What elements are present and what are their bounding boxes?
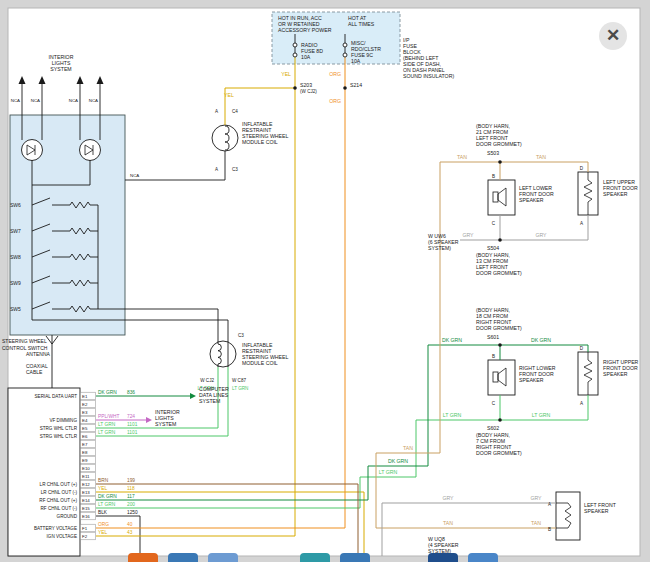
wire-color-label: LT GRN (98, 430, 116, 435)
toolbar-icon-1[interactable] (128, 553, 158, 562)
diagram-label: SW8 (10, 254, 21, 260)
diagram-label: SW6 (10, 202, 21, 208)
diagram-label: NCA (89, 98, 98, 103)
toolbar-icon-5[interactable] (340, 553, 370, 562)
connector-pin-E4: E4 (82, 418, 88, 423)
connector-pin-E5: E5 (82, 426, 88, 431)
connector-function-label: SERIAL DATA UART (35, 394, 78, 399)
misc-fuse-label: 10A (351, 58, 361, 64)
wire-color-label: YEL (98, 530, 107, 535)
wire-circuit-number: 724 (127, 414, 135, 419)
diagram-label: DK GRN (531, 337, 551, 343)
connector-function-label: STRG WHL CTLR (40, 434, 78, 439)
diagram-label: NCA (31, 98, 40, 103)
diagram-label: W C87 (232, 378, 246, 383)
connector-pin-E3: E3 (82, 410, 88, 415)
close-button[interactable]: ✕ (599, 22, 627, 50)
connector-pin-E2: E2 (82, 402, 88, 407)
connector-pin-F1: F1 (82, 526, 88, 531)
wire-color-label: LT GRN (98, 422, 116, 427)
splice-s602-note: DOOR GROMMET) (476, 450, 522, 456)
splice-s503-note: DOOR GROMMET) (476, 141, 522, 147)
connector-function-label: VF DIMMING (49, 418, 77, 423)
diagram-label: GRY (530, 495, 542, 501)
diagram-label: GRY (442, 495, 454, 501)
wire-circuit-number: 43 (127, 530, 133, 535)
right-upper-front-door-speaker-label: SPEAKER (603, 371, 628, 377)
left-upper-front-door-speaker-label: SPEAKER (603, 191, 628, 197)
computer-data-lines-label: SYSTEM (199, 398, 220, 404)
connector-pin-E14: E14 (82, 498, 90, 503)
connector-pin-E12: E12 (82, 482, 90, 487)
connector-function-label: RF CHNL OUT (-) (41, 506, 78, 511)
connector-pin-E1: E1 (82, 394, 88, 399)
diagram-label: SW5 (10, 306, 21, 312)
diagram-label: ORG (329, 98, 341, 104)
diagram-label: W CJ2 (200, 378, 214, 383)
clockspring-coil-label: MODULE COIL (242, 139, 278, 145)
wire-circuit-number: 200 (127, 502, 135, 507)
wire-circuit-number: 1250 (127, 510, 138, 515)
toolbar-icon-6[interactable] (428, 553, 458, 562)
wire-color-label: BRN (98, 478, 109, 483)
diagram-label: TAN (531, 520, 541, 526)
wire-color-label: DK GRN (98, 494, 117, 499)
connector-pin-E16: E16 (82, 514, 90, 519)
connector-pin-E9: E9 (82, 458, 88, 463)
diagram-label: GRY (535, 232, 547, 238)
diagram-viewer: E1SERIAL DATA UARTDK GRN836E2E3E4VF DIMM… (0, 0, 650, 562)
diagram-label: (W CJ2) (300, 89, 317, 94)
connector-pin-E13: E13 (82, 490, 90, 495)
toolbar-icon-7[interactable] (468, 553, 498, 562)
interior-lights-system-label: SYSTEM (50, 66, 71, 72)
connector-pin-E11: E11 (82, 474, 90, 479)
wire-circuit-number: 1101 (127, 430, 138, 435)
left-lower-front-door-speaker-label: SPEAKER (519, 197, 544, 203)
connector-function-label: LR CHNL OUT (+) (40, 482, 78, 487)
toolbar-icon-2[interactable] (168, 553, 198, 562)
diagram-label: NCA (130, 173, 139, 178)
right-upper-front-door-speaker (578, 352, 598, 395)
diagram-label: TAN (457, 154, 467, 160)
wire-color-label: DK GRN (98, 390, 117, 395)
toolbar-icon-4[interactable] (300, 553, 330, 562)
splice-s504-label: S504 (487, 245, 499, 251)
wire-color-label: ORG (98, 522, 109, 527)
connector-function-label: IGN VOLTAGE (47, 534, 77, 539)
splice-s503-label: S503 (487, 150, 499, 156)
wire-circuit-number: 118 (127, 486, 135, 491)
radio-fuse-label: 10A (301, 54, 311, 60)
clockspring-coil-label: MODULE COIL (242, 360, 278, 366)
right-lower-front-door-speaker-label: SPEAKER (519, 377, 544, 383)
diagram-label: DK GRN (388, 458, 408, 464)
clockspring-coil-top (212, 125, 238, 151)
splice-s601-note: DOOR GROMMET) (476, 325, 522, 331)
diagram-label: NCA (11, 98, 20, 103)
splice-s214-label: S214 (350, 82, 362, 88)
connector-pin-E10: E10 (82, 466, 90, 471)
ip-fuse-block-label: SOUND INSULATOR) (403, 73, 454, 79)
fuse-power-note: ALL TIMES (348, 21, 375, 27)
diagram-label: LT GRN (443, 412, 462, 418)
diagram-label: LT GRN (232, 386, 248, 391)
diagram-label: SW9 (10, 280, 21, 286)
toolbar-icon-3[interactable] (208, 553, 238, 562)
wire-circuit-number: 40 (127, 522, 133, 527)
connector-function-label: STRG WHL CTLR (40, 426, 78, 431)
left-front-speaker-label: SPEAKER (584, 508, 609, 514)
six-speaker-note: SYSTEM) (428, 245, 451, 251)
diagram-label: NCA (69, 98, 78, 103)
diagram-label: LT GRN (532, 412, 551, 418)
clockspring-coil-bottom (210, 341, 236, 367)
connector-pin-E7: E7 (82, 442, 88, 447)
diagram-label: TAN (403, 445, 413, 451)
connector-pin-E6: E6 (82, 434, 88, 439)
diagram-label: B (492, 354, 495, 359)
wire-color-label: BLK (98, 510, 108, 515)
diagram-label: LT GRN (379, 469, 398, 475)
wire-circuit-number: 199 (127, 478, 135, 483)
splice-s203-label: S203 (300, 82, 312, 88)
splice-s504-note: DOOR GROMMET) (476, 270, 522, 276)
splice-s602-label: S602 (487, 425, 499, 431)
diagram-label: TAN (443, 520, 453, 526)
